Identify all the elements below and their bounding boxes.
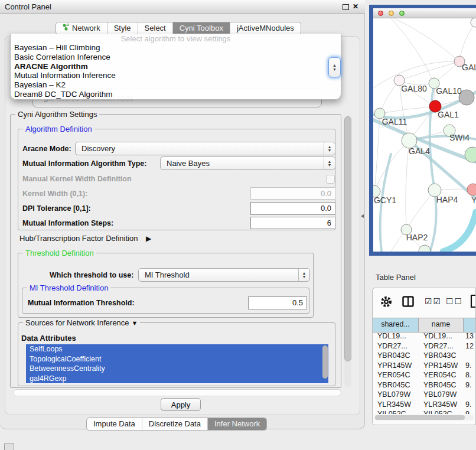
dropdown-item[interactable]: Dream8 DC_TDC Algorithm <box>11 90 341 99</box>
tab-impute-data[interactable]: Impute Data <box>87 418 142 430</box>
settings-horizontal-scrollbar[interactable] <box>13 389 341 396</box>
table-row[interactable]: YDL19...YDL19...13 <box>373 331 476 341</box>
list-item[interactable]: BetweennessCentrality <box>26 364 328 374</box>
network-edge <box>399 61 459 80</box>
combo-stepper-icon: ▲▼ <box>298 269 309 281</box>
control-panel-titlebar[interactable]: Control Panel ✕ <box>0 0 365 14</box>
node-label: SWI4 <box>449 133 470 142</box>
table-row[interactable]: YBR043CYBR043C <box>373 351 476 361</box>
network-canvas[interactable]: GALGAL80GAL10GAL1GAL11SWI4GAL4GCY1HAP4YH… <box>373 18 476 252</box>
table-cell: 9 <box>464 409 476 414</box>
list-item[interactable]: gal4RGexp <box>26 374 328 384</box>
tab-jactivemnodules[interactable]: jActiveMNodules <box>230 22 301 34</box>
settings-vertical-scrollbar[interactable] <box>344 115 351 387</box>
table-cell: YDL19... <box>419 331 464 341</box>
table-cell: 9. <box>464 400 476 410</box>
table-row[interactable]: YBR045CYBR045C9. <box>373 380 476 390</box>
expand-arrow-icon[interactable]: ▶ <box>146 234 151 243</box>
close-icon[interactable]: ✕ <box>353 2 358 11</box>
table-cell <box>464 351 476 361</box>
list-scrollbar[interactable] <box>322 345 328 382</box>
mi-algorithm-type-combo[interactable]: Naive Bayes ▲▼ <box>160 156 335 170</box>
node-label: Y <box>471 195 476 205</box>
dropdown-item[interactable]: Bayesian – Hill Climbing <box>11 43 341 53</box>
inference-algorithm-combo-button[interactable]: ▲ ▼ <box>328 57 341 77</box>
table-horizontal-scrollbar[interactable] <box>374 415 474 420</box>
kernel-width-field[interactable]: 0.0 <box>250 187 335 200</box>
table-header-row: shared... name <box>373 318 476 332</box>
network-window-titlebar[interactable] <box>373 8 476 18</box>
file-icon[interactable] <box>470 294 476 311</box>
close-traffic-light-icon[interactable] <box>378 11 383 16</box>
mi-algorithm-type-label: Mutual Information Algorithm Type: <box>22 159 146 168</box>
tab-style[interactable]: Style <box>107 22 138 34</box>
apply-button[interactable]: Apply <box>161 398 201 411</box>
tab-network[interactable]: Network <box>56 22 107 34</box>
table-row[interactable]: YDR27...YDR27...12 <box>373 341 476 351</box>
list-item[interactable]: SelfLoops <box>26 344 328 354</box>
float-window-icon[interactable] <box>343 4 349 10</box>
column-header[interactable]: shared... <box>373 318 419 332</box>
table-cell: YDL19... <box>373 331 419 341</box>
tab-discretize-data[interactable]: Discretize Data <box>142 418 207 430</box>
collapse-arrow-icon[interactable]: ▼ <box>132 319 138 328</box>
tab-style-label: Style <box>114 22 131 34</box>
node-salmon[interactable] <box>467 184 476 195</box>
table-row[interactable]: YPR145WYPR145W9. <box>373 361 476 371</box>
table-cell: YBL079W <box>373 390 419 400</box>
unchecked-boxes-icon[interactable]: ☐☐ <box>446 296 463 306</box>
node-label: HAP4 <box>436 195 458 204</box>
hub-definition-section[interactable]: Hub/Transcription Factor Definition ▶ <box>19 234 151 243</box>
screen: Control Panel ✕ Network Style Select <box>0 0 476 450</box>
node-top[interactable] <box>471 18 476 27</box>
scrollbar-thumb[interactable] <box>322 345 328 379</box>
tab-infer-network[interactable]: Infer Network <box>207 418 266 430</box>
checked-boxes-icon[interactable]: ☑☑ <box>425 296 442 306</box>
minimize-traffic-light-icon[interactable] <box>389 11 394 16</box>
table-panel: ☑☑ ☐☐ shared... name YDL19...YDL19...13Y… <box>372 288 476 425</box>
tab-network-label: Network <box>72 22 100 34</box>
which-threshold-combo[interactable]: MI Threshold ▲▼ <box>138 268 310 282</box>
zoom-traffic-light-icon[interactable] <box>399 11 405 16</box>
aracne-mode-combo[interactable]: Discovery ▲▼ <box>75 142 335 155</box>
network-edge <box>443 212 476 252</box>
combo-stepper-icon: ▲▼ <box>324 142 335 155</box>
data-attributes-list[interactable]: SelfLoops TopologicalCoefficient Between… <box>26 344 328 384</box>
dpi-tolerance-field[interactable]: 0.0 <box>250 202 335 215</box>
mi-threshold-field[interactable]: 0.5 <box>248 296 307 309</box>
table-row[interactable]: YIL052CYIL052C9 <box>373 409 476 414</box>
dropdown-item[interactable]: Bayesian – K2 <box>11 80 341 90</box>
scrollbar-thumb[interactable] <box>344 116 351 361</box>
splitter-collapse-arrow[interactable] <box>361 214 364 218</box>
dropdown-item[interactable]: Basic Correlation Inference <box>11 53 341 62</box>
column-header[interactable] <box>464 318 476 332</box>
node-label: GCY1 <box>374 195 396 205</box>
tab-select[interactable]: Select <box>138 22 172 34</box>
bottom-left-corner-button[interactable] <box>4 444 14 450</box>
table-row[interactable]: YLR345WYLR345W9. <box>373 400 476 410</box>
columns-icon[interactable] <box>402 296 414 310</box>
tab-select-label: Select <box>145 22 166 34</box>
settings-group-title: Cyni Algorithm Settings <box>15 110 99 119</box>
aracne-mode-value: Discovery <box>81 144 115 153</box>
scrollbar-thumb[interactable] <box>375 415 465 420</box>
table-row[interactable]: YBL079WYBL079W <box>373 390 476 400</box>
dropdown-item[interactable]: Mutual Information Inference <box>11 71 341 80</box>
list-item[interactable]: TopologicalCoefficient <box>26 354 328 364</box>
dropdown-item-highlighted[interactable]: ARACNE Algorithm <box>11 62 341 71</box>
threshold-definition-title: Threshold Definition <box>23 249 96 257</box>
node-bottom[interactable] <box>419 245 431 252</box>
column-header[interactable]: name <box>419 318 464 332</box>
table-cell <box>464 390 476 400</box>
tab-impute-data-label: Impute Data <box>93 418 135 430</box>
table-cell: YLR345W <box>419 400 464 410</box>
manual-kernel-width-checkbox[interactable] <box>326 175 335 184</box>
table-cell: YIL052C <box>419 409 464 414</box>
mi-steps-field[interactable]: 6 <box>250 217 335 229</box>
aracne-mode-label: Aracne Mode: <box>22 145 71 153</box>
tab-cyni-toolbox[interactable]: Cyni Toolbox <box>172 22 230 34</box>
table-row[interactable]: YER054CYER054C8. <box>373 370 476 380</box>
gear-icon[interactable] <box>380 295 393 311</box>
mi-threshold-definition-title: MI Threshold Definition <box>27 283 110 292</box>
table-cell: YDR27... <box>419 341 464 351</box>
